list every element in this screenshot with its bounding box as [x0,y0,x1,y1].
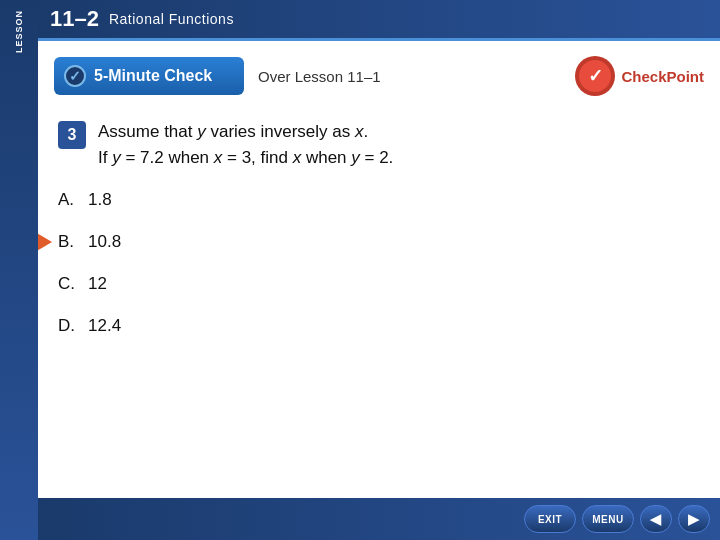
page-title: Rational Functions [109,11,234,27]
answer-value-d: 12.4 [88,316,121,336]
lesson-number: 11–2 [50,6,99,32]
menu-button[interactable]: MENU [582,505,634,533]
answer-row-d[interactable]: D. 12.4 [58,316,700,336]
left-sidebar: LESSON [0,0,38,540]
answer-value-a: 1.8 [88,190,112,210]
checkpoint-icon: ✓ [573,54,617,98]
main-content: ✓ 5-Minute Check Over Lesson 11–1 ✓ Chec… [38,38,720,540]
next-button[interactable]: ▶ [678,505,710,533]
prev-button[interactable]: ◀ [640,505,672,533]
sidebar-lesson-label: LESSON [14,10,24,53]
answer-row-c[interactable]: C. 12 [58,274,700,294]
check-circle-icon: ✓ [64,65,86,87]
checkpoint-logo: ✓ CheckPoint [573,54,704,98]
answer-value-b: 10.8 [88,232,121,252]
bottom-nav: EXIT MENU ◀ ▶ [38,498,720,540]
answer-letter-c: C. [58,274,88,294]
five-min-label: 5-Minute Check [94,67,212,85]
top-header: 11–2 Rational Functions [38,0,720,38]
over-lesson-text: Over Lesson 11–1 [258,68,573,85]
answer-letter-a: A. [58,190,88,210]
question-line2: If y = 7.2 when x = 3, find x when y = 2… [98,145,393,171]
svg-text:✓: ✓ [588,66,603,86]
question-text: Assume that y varies inversely as x. If … [98,119,393,172]
question-area: 3 Assume that y varies inversely as x. I… [58,119,700,172]
answer-row-a[interactable]: A. 1.8 [58,190,700,210]
five-minute-check-banner: ✓ 5-Minute Check Over Lesson 11–1 ✓ Chec… [54,55,704,97]
answers-container: A. 1.8 B. 10.8 C. 12 D. 12.4 [58,190,700,336]
exit-button[interactable]: EXIT [524,505,576,533]
checkpoint-text: CheckPoint [621,68,704,85]
five-min-badge: ✓ 5-Minute Check [54,57,244,95]
answer-row-b[interactable]: B. 10.8 [58,232,700,252]
question-number-badge: 3 [58,121,86,149]
question-line1: Assume that y varies inversely as x. [98,119,393,145]
answer-letter-b: B. [58,232,88,252]
answer-value-c: 12 [88,274,107,294]
answer-letter-d: D. [58,316,88,336]
